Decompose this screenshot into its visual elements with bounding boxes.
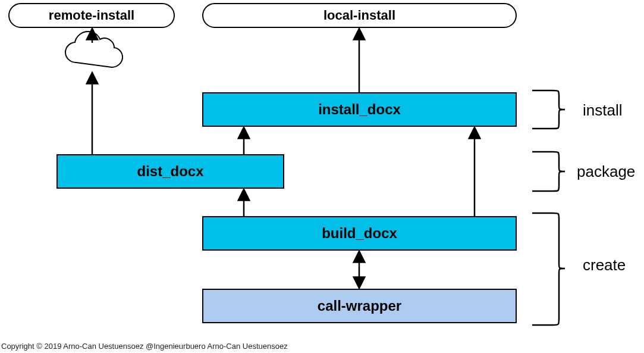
node-local-install-label: local-install bbox=[323, 8, 395, 23]
node-build-docx-label: build_docx bbox=[322, 225, 397, 242]
node-call-wrapper: call-wrapper bbox=[202, 289, 517, 323]
node-build-docx: build_docx bbox=[202, 216, 517, 251]
node-remote-install-label: remote-install bbox=[49, 8, 134, 23]
node-dist-docx-label: dist_docx bbox=[137, 163, 203, 180]
copyright-text: Copyright © 2019 Arno-Can Uestuensoez @I… bbox=[1, 342, 288, 351]
node-remote-install: remote-install bbox=[8, 3, 175, 28]
phase-install-label: install bbox=[583, 101, 622, 120]
node-local-install: local-install bbox=[202, 3, 517, 28]
node-call-wrapper-label: call-wrapper bbox=[318, 298, 401, 314]
phase-package-label: package bbox=[577, 163, 635, 181]
phase-create-label: create bbox=[583, 256, 626, 274]
node-install-docx-label: install_docx bbox=[318, 101, 401, 118]
node-install-docx: install_docx bbox=[202, 92, 517, 127]
node-dist-docx: dist_docx bbox=[56, 154, 284, 189]
cloud-icon bbox=[65, 32, 122, 67]
